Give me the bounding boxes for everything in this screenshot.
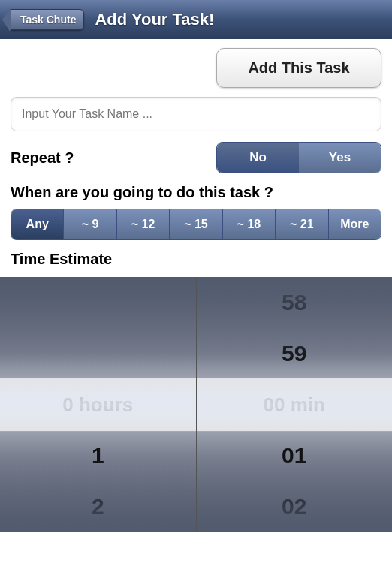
back-button-label: Task Chute	[20, 14, 76, 26]
time-btn-9[interactable]: ~ 9	[64, 209, 116, 239]
task-name-input[interactable]	[11, 97, 381, 131]
picker-left-empty	[0, 277, 196, 328]
back-button[interactable]: Task Chute	[8, 9, 84, 30]
time-estimate-label: Time Estimate	[11, 251, 381, 268]
picker-left-selected: 0 hours	[0, 379, 196, 430]
nav-title: Add Your Task!	[95, 10, 214, 29]
time-btn-18[interactable]: ~ 18	[223, 209, 276, 239]
picker-right-59: 59	[197, 328, 393, 379]
picker-col-divider	[196, 277, 197, 532]
picker-column-right[interactable]: 58 59 00 min 01 02	[197, 277, 393, 532]
picker-right-01: 01	[197, 430, 393, 481]
time-btn-12[interactable]: ~ 12	[117, 209, 170, 239]
repeat-no-button[interactable]: No	[217, 143, 299, 173]
repeat-yes-button[interactable]: Yes	[299, 143, 381, 173]
add-task-row: Add This Task	[11, 48, 381, 88]
time-btn-21[interactable]: ~ 21	[276, 209, 328, 239]
repeat-label: Repeat ?	[11, 149, 216, 167]
picker-left-2: 2	[0, 481, 196, 532]
content-area: Add This Task Repeat ? No Yes When are y…	[0, 39, 392, 277]
time-btn-more[interactable]: More	[329, 209, 381, 239]
repeat-row: Repeat ? No Yes	[11, 142, 381, 173]
time-btn-15[interactable]: ~ 15	[170, 209, 222, 239]
picker-column-left[interactable]: 0 hours 1 2	[0, 277, 197, 532]
repeat-toggle: No Yes	[216, 142, 381, 173]
picker-right-58: 58	[197, 277, 393, 328]
picker-left-empty2	[0, 328, 196, 379]
when-label: When are you going to do this task ?	[11, 184, 381, 201]
picker-area[interactable]: 0 hours 1 2 58 59 00 min 01 02	[0, 277, 392, 532]
time-btn-any[interactable]: Any	[11, 209, 64, 239]
picker-left-1: 1	[0, 430, 196, 481]
picker-right-02: 02	[197, 481, 393, 532]
time-selector: Any ~ 9 ~ 12 ~ 15 ~ 18 ~ 21 More	[11, 209, 381, 240]
add-task-button[interactable]: Add This Task	[216, 48, 381, 88]
nav-bar: Task Chute Add Your Task!	[0, 0, 392, 39]
picker-right-selected: 00 min	[197, 379, 393, 430]
